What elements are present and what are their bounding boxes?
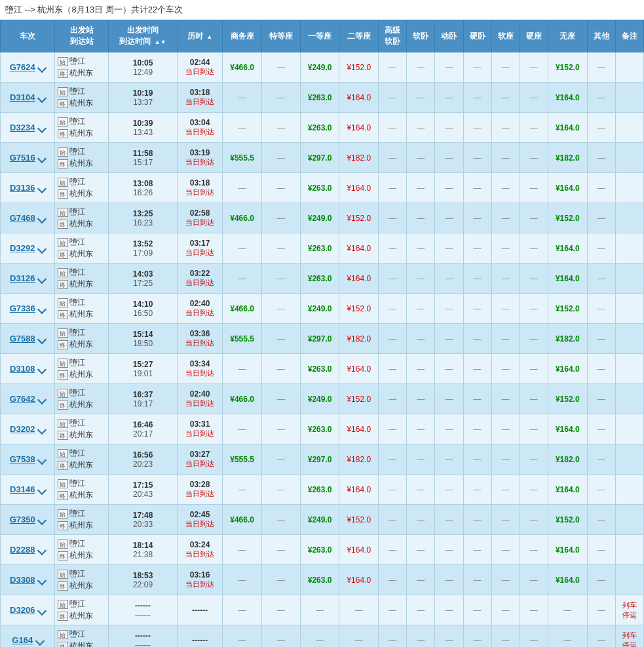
qita-cell: —	[587, 625, 615, 648]
tete-cell: —	[261, 52, 300, 83]
train-expand-icon[interactable]	[37, 154, 47, 163]
train-number[interactable]: G164	[12, 635, 33, 645]
train-expand-icon[interactable]	[37, 94, 47, 103]
train-expand-icon[interactable]	[37, 365, 47, 374]
train-expand-icon[interactable]	[37, 546, 47, 555]
train-expand-icon[interactable]	[37, 606, 47, 616]
train-number[interactable]: G7624	[10, 62, 35, 72]
dongwo-cell: —	[435, 233, 463, 264]
train-expand-icon[interactable]	[37, 395, 47, 404]
from-station-name: 嶞江	[69, 629, 85, 640]
train-expand-icon[interactable]	[37, 275, 47, 284]
train-num-cell[interactable]: D3136	[1, 173, 55, 203]
train-num-cell[interactable]: G7642	[1, 384, 55, 414]
train-number[interactable]: G7642	[10, 394, 35, 404]
from-station-icon: 始	[58, 87, 68, 96]
train-expand-icon[interactable]	[37, 486, 47, 495]
yideng-cell: ¥297.0	[300, 444, 339, 475]
yingwo-cell: —	[463, 535, 491, 565]
train-number[interactable]: G7350	[10, 515, 35, 524]
train-number[interactable]: D3292	[10, 243, 35, 253]
train-expand-icon[interactable]	[37, 425, 47, 435]
train-number[interactable]: D3206	[10, 605, 35, 615]
train-num-cell[interactable]: G7588	[1, 324, 55, 354]
col-erdeng: 二等座	[339, 20, 379, 52]
train-expand-icon[interactable]	[37, 124, 47, 133]
to-station-icon: 终	[58, 370, 68, 380]
table-row: G7642 始 嶞江 终 杭州东 16:3719:17 02:40当日到达 ¥4…	[1, 384, 644, 414]
train-expand-icon[interactable]	[37, 516, 47, 525]
train-num-cell[interactable]: D2288	[1, 535, 55, 565]
station-cell: 始 嶞江 终 杭州东	[54, 113, 108, 143]
train-expand-icon[interactable]	[37, 245, 47, 254]
col-duration[interactable]: 历时 ▲	[177, 20, 222, 52]
train-number[interactable]: G7468	[10, 213, 35, 223]
to-station-row: 终 杭州东	[58, 98, 105, 109]
train-expand-icon[interactable]	[37, 456, 47, 465]
to-station-row: 终 杭州东	[58, 610, 105, 621]
train-number[interactable]: D3104	[10, 92, 35, 102]
train-number[interactable]: D3234	[10, 123, 35, 132]
train-num-cell[interactable]: G7538	[1, 444, 55, 475]
train-num-cell[interactable]: D3126	[1, 264, 55, 294]
duration-cell: ------	[177, 595, 222, 625]
table-row: D3202 始 嶞江 终 杭州东 16:4620:17 03:31当日到达 — …	[1, 414, 644, 444]
from-station-name: 嶞江	[69, 86, 85, 97]
train-expand-icon[interactable]	[37, 335, 47, 344]
yingwo-cell: —	[463, 444, 491, 475]
qita-cell: —	[587, 52, 615, 83]
train-num-cell[interactable]: D3206	[1, 595, 55, 625]
train-number[interactable]: D3202	[10, 424, 35, 434]
col-times[interactable]: 出发时间到达时间 ▲▼	[109, 20, 178, 52]
ruanwo-cell: —	[407, 264, 435, 294]
col-train: 车次	[1, 20, 55, 52]
train-expand-icon[interactable]	[37, 214, 47, 224]
train-num-cell[interactable]: D3202	[1, 414, 55, 444]
time-cell: 13:5217:09	[109, 233, 178, 264]
train-number[interactable]: D3308	[10, 575, 35, 585]
from-station-row: 始 嶞江	[58, 206, 105, 218]
train-num-cell[interactable]: D3308	[1, 565, 55, 595]
train-expand-icon[interactable]	[37, 305, 47, 314]
train-number[interactable]: G7336	[10, 304, 35, 313]
erdeng-cell: ¥164.0	[339, 565, 379, 595]
train-num-cell[interactable]: G7468	[1, 203, 55, 233]
train-expand-icon[interactable]	[37, 184, 47, 193]
train-number[interactable]: D3126	[10, 273, 35, 283]
train-num-cell[interactable]: G7350	[1, 505, 55, 535]
train-num-cell[interactable]: D3234	[1, 113, 55, 143]
yingwo-cell: —	[463, 143, 491, 173]
train-num-cell[interactable]: G164	[1, 625, 55, 648]
train-number[interactable]: D3146	[10, 484, 35, 494]
train-number[interactable]: D3108	[10, 364, 35, 374]
yideng-cell: ¥297.0	[300, 324, 339, 354]
to-station-row: 终 杭州东	[58, 490, 105, 501]
train-num-cell[interactable]: D3104	[1, 83, 55, 113]
train-number[interactable]: G7588	[10, 334, 35, 343]
train-number[interactable]: D3136	[10, 183, 35, 193]
to-station-icon: 终	[58, 280, 68, 289]
train-expand-icon[interactable]	[37, 64, 47, 73]
train-num-cell[interactable]: G7516	[1, 143, 55, 173]
dongwo-cell: —	[435, 625, 463, 648]
duration-cell: 03:18当日到达	[177, 83, 222, 113]
from-station-row: 始 嶞江	[58, 568, 105, 579]
train-number[interactable]: D2288	[10, 545, 35, 555]
train-number[interactable]: G7538	[10, 454, 35, 464]
train-num-cell[interactable]: G7336	[1, 294, 55, 324]
train-num-cell[interactable]: D3108	[1, 354, 55, 384]
ruanwo-cell: —	[407, 565, 435, 595]
train-expand-icon[interactable]	[35, 637, 44, 646]
train-num-cell[interactable]: G7624	[1, 52, 55, 83]
yideng-cell: ¥263.0	[300, 354, 339, 384]
col-ruanzuo: 软座	[491, 20, 520, 52]
station-cell: 始 嶞江 终 杭州东	[54, 475, 108, 505]
wuzuo-cell: ¥152.0	[548, 384, 587, 414]
train-num-cell[interactable]: D3146	[1, 475, 55, 505]
train-expand-icon[interactable]	[37, 576, 47, 585]
to-station-icon: 终	[58, 159, 68, 168]
train-number[interactable]: G7516	[10, 153, 35, 163]
beizhu-cell	[615, 475, 643, 505]
ruanzuo-cell: —	[491, 83, 520, 113]
train-num-cell[interactable]: D3292	[1, 233, 55, 264]
